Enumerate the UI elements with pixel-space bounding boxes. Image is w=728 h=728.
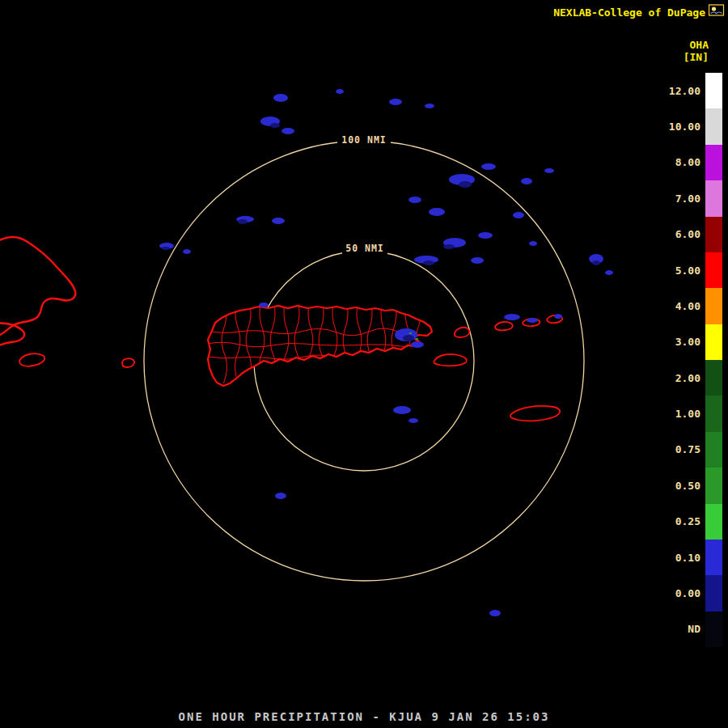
saona-island-outline — [19, 353, 44, 366]
scale-segment — [705, 73, 722, 108]
precip-echo-dark — [270, 123, 280, 128]
scale-label: 0.00 — [675, 575, 700, 611]
precip-echo — [544, 168, 554, 173]
st-thomas-outline — [495, 322, 513, 330]
radar-screen: 100 NMI 50 NMI NEXLAB-College of DuPage … — [0, 0, 728, 728]
scale-segment — [705, 180, 722, 216]
precip-echo — [489, 610, 501, 616]
st-croix-outline — [510, 406, 560, 421]
scale-label: 0.10 — [675, 540, 700, 575]
scale-label: 7.00 — [675, 180, 700, 216]
precip-echo-dark — [423, 260, 434, 265]
precip-echo-dark — [403, 335, 414, 341]
ring-labels: 100 NMI 50 NMI — [337, 133, 391, 254]
scale-label: 0.50 — [675, 468, 700, 503]
scale-label: 1.00 — [675, 396, 700, 431]
radar-map: 100 NMI 50 NMI — [0, 0, 728, 728]
precip-echo — [336, 89, 344, 94]
precip-echo — [605, 270, 613, 275]
mona-island-outline — [122, 358, 134, 367]
scale-label: 6.00 — [675, 217, 700, 252]
scale-label: 5.00 — [675, 252, 700, 288]
precip-echo-green — [416, 338, 418, 340]
precip-echo — [273, 94, 288, 102]
precip-echo — [429, 208, 445, 216]
scale-segment — [705, 288, 722, 324]
color-scale-labels: 12.0010.008.007.006.005.004.003.002.001.… — [669, 73, 700, 647]
precip-echo-dark — [459, 181, 472, 188]
scale-label: ND — [688, 612, 700, 647]
precip-echo — [411, 341, 424, 348]
legend-header: OHA [IN] — [652, 39, 709, 63]
precip-echo — [478, 232, 493, 239]
precip-echo — [408, 197, 421, 203]
precip-echo — [393, 406, 411, 414]
precip-echo-dark — [162, 247, 170, 250]
product-caption: ONE HOUR PRECIPITATION - KJUA 9 JAN 26 1… — [0, 710, 728, 723]
scale-segment — [705, 612, 722, 647]
cod-logo-icon — [709, 4, 725, 16]
scale-segment — [705, 468, 722, 503]
precip-echo-green — [409, 332, 412, 334]
scale-label: 8.00 — [675, 145, 700, 180]
vieques-outline — [434, 354, 467, 366]
hispaniola-coastline — [0, 237, 75, 337]
scale-label: 3.00 — [675, 324, 700, 360]
scale-label: 4.00 — [675, 288, 700, 324]
precip-echo-dark — [443, 244, 455, 249]
precip-echo — [389, 99, 402, 105]
legend-product-code: OHA — [652, 39, 709, 51]
culebra-outline — [455, 328, 469, 337]
precip-echo — [275, 493, 286, 499]
precip-echo — [471, 257, 484, 264]
scale-segment — [705, 396, 722, 431]
precip-echo — [513, 212, 524, 218]
ring-label-50nmi: 50 NMI — [345, 243, 384, 254]
color-scale-bar — [705, 73, 722, 647]
scale-label: 12.00 — [669, 73, 700, 108]
precip-echo — [529, 241, 537, 246]
precip-echo — [527, 318, 538, 323]
scale-segment — [705, 108, 722, 144]
scale-segment — [705, 540, 722, 575]
scale-label: 0.25 — [675, 504, 700, 540]
precip-echo — [259, 303, 269, 307]
precip-echo — [481, 163, 496, 170]
precip-echo — [183, 249, 191, 254]
scale-label: 10.00 — [669, 108, 700, 144]
precip-echo — [408, 418, 418, 423]
scale-segment — [705, 252, 722, 288]
scale-segment — [705, 575, 722, 611]
scale-segment — [705, 432, 722, 468]
precip-echo — [425, 104, 434, 108]
precip-echo — [554, 314, 562, 319]
precip-echo-dark — [592, 260, 600, 265]
precip-echo — [281, 128, 294, 134]
scale-segment — [705, 145, 722, 180]
scale-segment — [705, 504, 722, 540]
precip-echo — [521, 178, 532, 184]
ring-label-100nmi: 100 NMI — [341, 134, 386, 146]
scale-segment — [705, 324, 722, 360]
scale-label: 2.00 — [675, 360, 700, 396]
scale-segment — [705, 360, 722, 396]
precip-echo-dark — [238, 219, 248, 224]
geography — [0, 237, 562, 421]
precip-echo — [272, 218, 285, 224]
precip-echo — [504, 314, 520, 320]
source-title: NEXLAB-College of DuPage — [553, 6, 705, 19]
legend-units: [IN] — [652, 51, 709, 63]
scale-label: 0.75 — [675, 432, 700, 468]
scale-segment — [705, 217, 722, 252]
